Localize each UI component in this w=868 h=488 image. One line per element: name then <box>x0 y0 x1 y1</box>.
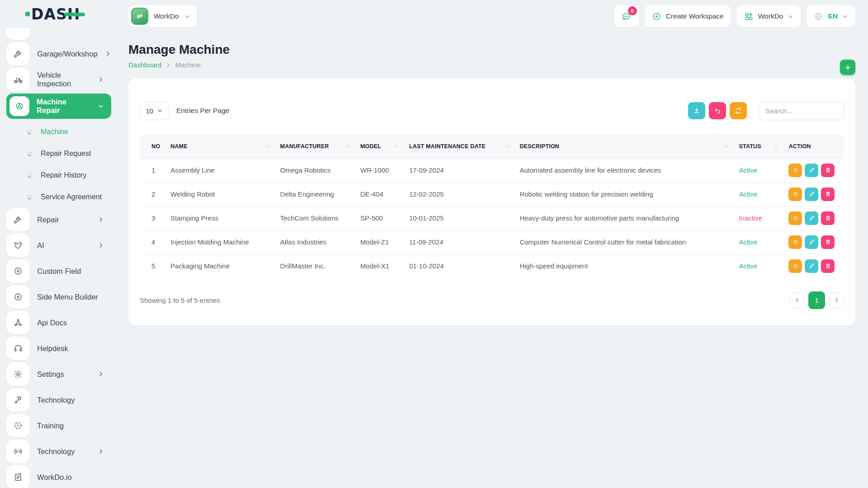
sort-icon[interactable]: ↑↓ <box>266 144 271 149</box>
cell-no: 5 <box>140 254 166 278</box>
sidebar-subitem-service-agreement[interactable]: Service Agreement <box>6 186 116 208</box>
language-dropdown[interactable]: EN <box>807 5 855 27</box>
chevron-down-icon <box>184 14 190 19</box>
sidebar-item-technology[interactable]: Technology <box>6 440 111 463</box>
edit-button[interactable] <box>805 164 818 177</box>
sort-icon[interactable]: ↑↓ <box>395 144 400 149</box>
cell-status: Active <box>734 254 784 278</box>
dashboard-icon <box>6 28 30 40</box>
column-header-manufacturer[interactable]: MANUFACTURER↑↓ <box>276 135 356 158</box>
plus-icon <box>844 64 852 71</box>
apps-dropdown[interactable]: WorkDo <box>737 5 801 27</box>
add-machine-button[interactable] <box>840 60 855 75</box>
column-header-label: MODEL <box>360 143 381 150</box>
delete-button[interactable] <box>821 164 835 177</box>
undo-button[interactable] <box>709 102 726 119</box>
fox-icon <box>6 234 30 257</box>
showing-entries-text: Showing 1 to 5 of 5 entries <box>140 296 220 304</box>
column-header-last-maintenance-date[interactable]: LAST MAINTENANCE DATE↑↓ <box>405 135 515 158</box>
sort-icon[interactable]: ↑↓ <box>774 144 779 149</box>
refresh-button[interactable] <box>730 102 747 119</box>
sidebar-item-label: Settings <box>37 370 64 379</box>
cell-status: Active <box>734 158 784 182</box>
edit-button[interactable] <box>805 188 818 201</box>
sidebar-item-label: Repair <box>37 216 59 224</box>
view-button[interactable] <box>788 235 802 249</box>
refresh-icon <box>734 107 742 115</box>
sort-icon[interactable]: ↑↓ <box>724 144 730 149</box>
column-header-description[interactable]: DESCRIPTION↑↓ <box>515 135 734 158</box>
column-header-model[interactable]: MODEL↑↓ <box>356 135 405 158</box>
column-header-inner: ACTION <box>788 143 840 150</box>
next-page-button[interactable] <box>829 293 844 308</box>
messages-button[interactable]: 0 <box>614 5 639 27</box>
cell-description: Automated assembly line for electronic d… <box>515 158 734 182</box>
sort-icon[interactable]: ↑↓ <box>505 144 510 149</box>
breadcrumb-dashboard-link[interactable]: Dashboard <box>128 61 161 69</box>
status-badge: Active <box>739 262 757 270</box>
cell-last-maintenance-date: 11-09-2024 <box>405 230 515 254</box>
sidebar-item-label: WorkDo.io <box>37 473 72 482</box>
cell-action <box>784 182 844 206</box>
column-header-status[interactable]: STATUS↑↓ <box>734 135 784 158</box>
column-header-label: ACTION <box>788 143 811 150</box>
sidebar-item-technology[interactable]: Technology <box>6 388 111 412</box>
sidebar-item-custom-field[interactable]: Custom Field <box>6 259 111 283</box>
cell-description: Robotic welding station for precision we… <box>515 182 734 206</box>
sidebar-item-workdo-io[interactable]: WorkDo.io <box>6 465 111 488</box>
circle-bullet-icon <box>27 129 33 135</box>
delete-button[interactable] <box>821 259 835 273</box>
cell-name: Assembly Line <box>166 158 276 182</box>
chevron-right-icon <box>98 76 104 83</box>
sidebar-subitem-machine[interactable]: Machine <box>6 121 116 143</box>
delete-button[interactable] <box>821 235 835 249</box>
topbar-right: 0 Create Workspace WorkDo <box>614 5 855 27</box>
column-header-inner: DESCRIPTION↑↓ <box>519 143 730 150</box>
column-header-name[interactable]: NAME↑↓ <box>166 135 276 158</box>
entries-per-page-select[interactable]: 10 <box>140 101 169 120</box>
cell-manufacturer: Omega Robotics <box>276 158 356 182</box>
delete-button[interactable] <box>821 188 835 201</box>
sidebar-item-machine-repair[interactable]: Machine Repair <box>6 94 111 119</box>
view-button[interactable] <box>788 188 802 201</box>
sort-icon[interactable]: ↑↓ <box>346 144 351 149</box>
edit-button[interactable] <box>805 235 818 249</box>
sidebar-item-side-menu-builder[interactable]: Side Menu Builder <box>6 285 111 309</box>
sidebar-subitem-label: Repair Request <box>41 150 91 158</box>
cell-action <box>784 206 844 230</box>
api-nodes-icon <box>6 311 30 334</box>
sidebar-item-garage-workshop[interactable]: Garage/Workshop <box>6 42 111 66</box>
cell-last-maintenance-date: 12-02-2025 <box>405 182 515 206</box>
edit-button[interactable] <box>805 259 818 273</box>
broadcast-icon <box>6 440 30 463</box>
prev-page-button[interactable] <box>789 293 805 308</box>
delete-button[interactable] <box>821 211 835 225</box>
sidebar-item-settings[interactable]: Settings <box>6 362 111 386</box>
sidebar-subitem-repair-history[interactable]: Repair History <box>6 164 116 186</box>
cell-last-maintenance-date: 17-09-2024 <box>405 158 515 182</box>
sidebar-item-helpdesk[interactable]: Helpdesk <box>6 337 111 360</box>
sidebar-item-api-docs[interactable]: Api Docs <box>6 311 111 334</box>
sidebar-item-label: Helpdesk <box>37 344 68 353</box>
sidebar-item-scrolled-partial[interactable] <box>6 28 111 40</box>
view-button[interactable] <box>788 211 802 225</box>
cell-name: Packaging Machine <box>166 254 276 278</box>
export-button[interactable] <box>688 102 705 119</box>
logo-bar <box>64 13 85 16</box>
page-1-button[interactable]: 1 <box>808 291 825 309</box>
sidebar-item-vehicle-inspection[interactable]: Vehicle Inspection <box>6 68 111 91</box>
edit-button[interactable] <box>805 211 818 225</box>
language-code: EN <box>828 12 838 20</box>
workspace-selector[interactable]: WorkDo <box>128 5 197 27</box>
sidebar-item-repair[interactable]: Repair <box>6 208 111 231</box>
chevron-right-icon <box>98 216 104 223</box>
view-button[interactable] <box>788 259 802 273</box>
dash-logo[interactable]: DASH <box>25 5 80 23</box>
sidebar-subitem-repair-request[interactable]: Repair Request <box>6 143 116 164</box>
sidebar-item-training[interactable]: Training <box>6 414 111 437</box>
search-input[interactable] <box>758 101 844 120</box>
column-header-action: ACTION <box>784 135 844 158</box>
create-workspace-button[interactable]: Create Workspace <box>645 5 731 27</box>
sidebar-item-ai[interactable]: AI <box>6 234 111 257</box>
view-button[interactable] <box>788 164 802 177</box>
